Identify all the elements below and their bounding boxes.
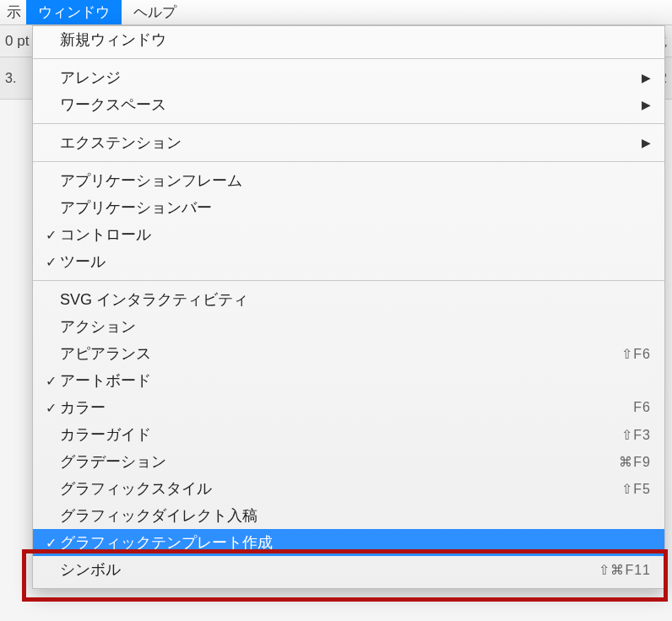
menu-label: グラフィックテンプレート作成	[60, 532, 273, 553]
menu-item-gradient[interactable]: グラデーション ⌘F9	[33, 448, 664, 475]
menu-item-graphic-direct[interactable]: グラフィックダイレクト入稿	[33, 502, 664, 529]
menu-label: エクステンション	[60, 132, 182, 153]
checkmark-icon: ✓	[41, 227, 60, 243]
menu-label: 新規ウィンドウ	[60, 30, 166, 50]
menu-shortcut: ⇧F5	[621, 481, 651, 497]
menu-label: アピアランス	[60, 343, 151, 364]
menu-item-color-guide[interactable]: カラーガイド ⇧F3	[33, 421, 664, 448]
menu-label: コントロール	[60, 224, 151, 245]
menu-item-actions[interactable]: アクション	[33, 313, 664, 340]
menu-shortcut: ⇧F3	[621, 427, 651, 443]
menu-label: カラー	[60, 397, 106, 418]
menu-shortcut: ⌘F9	[619, 454, 651, 470]
menubar-item-display-trunc[interactable]: 示	[7, 0, 26, 24]
menu-separator	[33, 58, 664, 59]
menu-item-app-bar[interactable]: アプリケーションバー	[33, 194, 664, 221]
menu-label: ツール	[60, 251, 106, 272]
menubar: 示 ウィンドウ ヘルプ	[0, 0, 672, 25]
submenu-arrow-icon: ▶	[642, 71, 651, 84]
checkmark-icon: ✓	[41, 535, 60, 551]
menu-separator	[33, 123, 664, 124]
menu-label: アートボード	[60, 370, 151, 391]
menu-item-arrange[interactable]: アレンジ ▶	[33, 64, 664, 91]
menubar-item-help[interactable]: ヘルプ	[122, 0, 188, 24]
menu-item-workspace[interactable]: ワークスペース ▶	[33, 91, 664, 118]
menu-label: シンボル	[60, 559, 121, 580]
menu-shortcut: F6	[633, 400, 651, 415]
menu-shortcut: ⇧⌘F11	[599, 562, 651, 578]
menu-label: グラフィックスタイル	[60, 478, 212, 499]
submenu-arrow-icon: ▶	[642, 136, 651, 149]
menu-label: アプリケーションバー	[60, 197, 212, 218]
menu-item-artboard[interactable]: ✓ アートボード	[33, 367, 664, 394]
menubar-item-window[interactable]: ウィンドウ	[26, 0, 122, 24]
menu-item-graphic-template[interactable]: ✓ グラフィックテンプレート作成	[33, 529, 664, 556]
menu-item-control[interactable]: ✓ コントロール	[33, 221, 664, 248]
submenu-arrow-icon: ▶	[642, 98, 651, 111]
menu-label: グラデーション	[60, 451, 166, 472]
checkmark-icon: ✓	[41, 254, 60, 270]
secondary-left-trunc: 3.	[5, 71, 16, 86]
menu-item-extension[interactable]: エクステンション ▶	[33, 129, 664, 156]
window-menu-dropdown: 新規ウィンドウ アレンジ ▶ ワークスペース ▶ エクステンション ▶ アプリケ…	[32, 25, 665, 589]
menu-label: アプリケーションフレーム	[60, 170, 242, 191]
menu-separator	[33, 280, 664, 281]
menu-label: アクション	[60, 316, 136, 337]
menu-label: グラフィックダイレクト入稿	[60, 505, 257, 526]
menu-label: SVG インタラクティビティ	[60, 289, 248, 310]
menu-label: ワークスペース	[60, 94, 166, 115]
checkmark-icon: ✓	[41, 400, 60, 416]
menu-label: アレンジ	[60, 68, 121, 88]
menu-item-symbol[interactable]: シンボル ⇧⌘F11	[33, 556, 664, 583]
checkmark-icon: ✓	[41, 373, 60, 389]
menu-item-app-frame[interactable]: アプリケーションフレーム	[33, 167, 664, 194]
toolbar-left-trunc: 0 pt	[5, 33, 29, 50]
menu-item-color[interactable]: ✓ カラー F6	[33, 394, 664, 421]
menu-item-new-window[interactable]: 新規ウィンドウ	[33, 26, 664, 53]
menu-label: カラーガイド	[60, 424, 151, 445]
menu-item-svg-interactivity[interactable]: SVG インタラクティビティ	[33, 286, 664, 313]
menu-shortcut: ⇧F6	[621, 346, 651, 362]
menu-item-appearance[interactable]: アピアランス ⇧F6	[33, 340, 664, 367]
menu-item-graphic-styles[interactable]: グラフィックスタイル ⇧F5	[33, 475, 664, 502]
menu-separator	[33, 161, 664, 162]
menu-item-tools[interactable]: ✓ ツール	[33, 248, 664, 275]
